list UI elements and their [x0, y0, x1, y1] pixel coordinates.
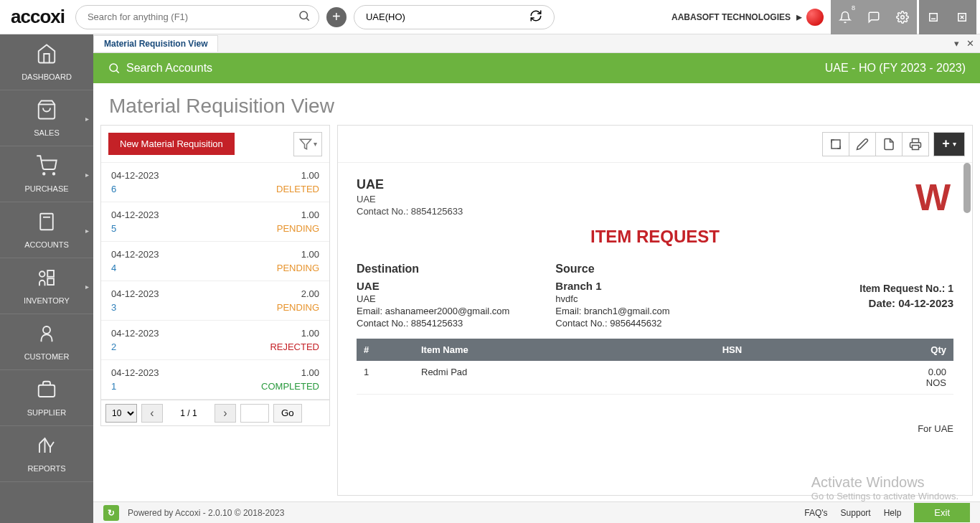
search-accounts-button[interactable]: Search Accounts: [108, 62, 212, 75]
list-date: 04-12-2023: [111, 209, 159, 220]
sidebar-item-label: PURCHASE: [24, 184, 68, 193]
print-button[interactable]: [902, 132, 929, 156]
list-id: 5: [111, 223, 116, 234]
home-icon: [36, 43, 57, 70]
source-sub: hvdfc: [555, 293, 754, 304]
close-window-button[interactable]: [948, 0, 976, 34]
chevron-right-icon: ▸: [85, 226, 89, 234]
notifications-button[interactable]: 8: [831, 0, 859, 34]
svg-marker-29: [300, 139, 311, 149]
chevron-down-icon: ▾: [314, 140, 317, 148]
support-link[interactable]: Support: [841, 508, 871, 518]
footer-logo-icon: ↻: [103, 505, 119, 521]
source-heading: Source: [555, 263, 754, 275]
chat-button[interactable]: [859, 0, 888, 34]
list-status: COMPLETED: [261, 381, 319, 392]
list-item[interactable]: 04-12-20231.00 5PENDING: [101, 202, 329, 242]
bag-icon: [36, 99, 57, 126]
list-qty: 1.00: [301, 367, 319, 378]
doc-company-name: UAE: [357, 177, 953, 192]
page-size-select[interactable]: 10: [105, 404, 137, 423]
svg-rect-3: [930, 13, 938, 21]
inventory-icon: [36, 267, 57, 293]
list-date: 04-12-2023: [111, 288, 159, 299]
company-selector-label: UAE(HO): [366, 11, 405, 22]
sidebar-item-label: REPORTS: [28, 464, 66, 473]
doc-title: ITEM REQUEST: [357, 227, 953, 247]
sidebar-item-supplier[interactable]: SUPPLIER: [0, 370, 93, 426]
refresh-icon[interactable]: [529, 9, 542, 24]
sidebar-item-reports[interactable]: REPORTS: [0, 426, 93, 482]
cart-icon: [36, 155, 57, 182]
source-email: Email: branch1@gmail.com: [555, 306, 754, 316]
svg-line-1: [306, 18, 308, 20]
prev-page-button[interactable]: ‹: [141, 404, 163, 423]
list-item[interactable]: 04-12-20231.00 2REJECTED: [101, 321, 329, 360]
page-info: 1 / 1: [167, 408, 210, 418]
list-qty: 2.00: [301, 288, 319, 299]
sidebar-item-inventory[interactable]: INVENTORY ▸: [0, 258, 93, 314]
sidebar-item-label: ACCOUNTS: [24, 240, 69, 249]
faqs-link[interactable]: FAQ's: [804, 508, 827, 518]
list-status: DELETED: [276, 184, 319, 194]
sidebar-item-label: INVENTORY: [24, 296, 70, 305]
global-search-input[interactable]: [75, 5, 319, 29]
sidebar-item-sales[interactable]: SALES ▸: [0, 90, 93, 146]
add-new-button[interactable]: +: [326, 7, 347, 27]
sidebar-item-dashboard[interactable]: DASHBOARD: [0, 34, 93, 90]
list-item[interactable]: 04-12-20231.00 1COMPLETED: [101, 360, 329, 400]
settings-button[interactable]: [888, 0, 917, 34]
calculator-icon: [36, 211, 57, 237]
list-qty: 1.00: [301, 170, 319, 181]
destination-name: UAE: [357, 280, 555, 292]
sidebar-item-accounts[interactable]: ACCOUNTS ▸: [0, 202, 93, 258]
list-date: 04-12-2023: [111, 328, 159, 339]
tenant-avatar[interactable]: [806, 9, 824, 26]
chevron-right-icon: ▸: [85, 114, 89, 122]
scrollbar-thumb[interactable]: [963, 163, 971, 213]
col-number: #: [357, 339, 414, 361]
cell-item: Redmi Pad: [414, 361, 715, 395]
source-contact: Contact No.: 9856445632: [555, 318, 754, 329]
next-page-button[interactable]: ›: [215, 404, 236, 423]
sidebar-item-purchase[interactable]: PURCHASE ▸: [0, 146, 93, 202]
company-selector[interactable]: UAE(HO): [354, 5, 555, 29]
list-status: PENDING: [277, 223, 319, 234]
pdf-button[interactable]: [875, 132, 903, 156]
list-item[interactable]: 04-12-20232.00 3PENDING: [101, 281, 329, 321]
chevron-right-icon[interactable]: ▸: [796, 10, 802, 24]
svg-point-2: [901, 15, 905, 19]
svg-point-19: [39, 271, 45, 277]
tab-menu-icon[interactable]: ▾: [954, 38, 959, 49]
expand-button[interactable]: [822, 132, 849, 156]
list-qty: 1.00: [301, 249, 319, 260]
more-actions-button[interactable]: +▾: [933, 132, 965, 156]
help-link[interactable]: Help: [884, 508, 902, 518]
list-date: 04-12-2023: [111, 170, 159, 181]
app-logo[interactable]: accoxi: [4, 6, 72, 28]
page-number-input[interactable]: [240, 404, 269, 423]
go-page-button[interactable]: Go: [273, 404, 302, 423]
chart-icon: [36, 435, 57, 461]
list-item[interactable]: 04-12-20231.00 6DELETED: [101, 163, 329, 202]
filter-button[interactable]: ▾: [293, 132, 322, 156]
edit-button[interactable]: [849, 132, 876, 156]
sidebar-item-label: SALES: [34, 128, 59, 137]
new-material-requisition-button[interactable]: New Material Requisition: [108, 133, 235, 155]
list-item[interactable]: 04-12-20231.00 4PENDING: [101, 242, 329, 281]
svg-rect-23: [39, 385, 55, 397]
tab-material-requisition[interactable]: Material Requisition View: [93, 35, 218, 52]
sidebar-item-customer[interactable]: CUSTOMER: [0, 314, 93, 370]
powered-by-label: Powered by Accoxi - 2.0.10 © 2018-2023: [128, 508, 284, 518]
list-date: 04-12-2023: [111, 249, 159, 260]
destination-heading: Destination: [357, 263, 555, 275]
search-icon[interactable]: [298, 9, 311, 25]
col-item-name: Item Name: [414, 339, 715, 361]
exit-button[interactable]: Exit: [914, 503, 970, 522]
minimize-button[interactable]: [919, 0, 948, 34]
list-id: 3: [111, 302, 116, 313]
destination-email: Email: ashanameer2000@gmail.com: [357, 306, 555, 316]
tab-close-icon[interactable]: ✕: [966, 38, 974, 49]
tenant-name: AABASOFT TECHNOLOGIES: [672, 12, 791, 22]
list-qty: 1.00: [301, 328, 319, 339]
